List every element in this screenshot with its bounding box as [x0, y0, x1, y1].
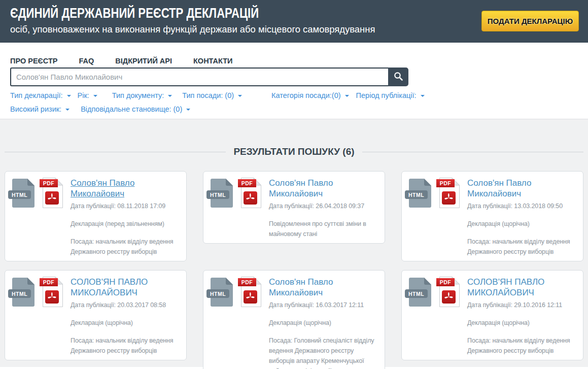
acrobat-icon [45, 290, 59, 304]
result-card: HTML PDF Солов'ян Павло Миколайович Дата… [203, 270, 385, 369]
acrobat-icon [244, 290, 257, 304]
html-badge: HTML [8, 190, 31, 199]
pdf-file-icon[interactable]: PDF [436, 277, 460, 307]
declaration-person-link[interactable]: Солов'ян Павло Миколайович [269, 178, 377, 199]
html-badge: HTML [8, 289, 31, 298]
search-bar [10, 68, 408, 86]
declaration-type: Декларація (щорічна) [71, 318, 179, 328]
card-body: Солов'ян Павло Миколайович Дата публікац… [467, 178, 576, 257]
position-text: Посада: Головний спеціаліст відділу веде… [269, 336, 377, 369]
filter-dropdown[interactable]: Тип декларації: [10, 91, 71, 99]
chevron-down-icon [186, 109, 190, 111]
chevron-down-icon [93, 95, 97, 97]
search-button[interactable] [388, 68, 408, 86]
pdf-badge: PDF [238, 278, 256, 286]
filter-dropdown[interactable]: Тип посади: (0) [182, 91, 242, 99]
position-text: Посада: начальник відділу ведення Держав… [467, 237, 576, 257]
divider-line-left [5, 152, 226, 152]
publication-date: Дата публікації: 08.11.2018 17:09 [71, 201, 179, 211]
main-nav: ПРО РЕЄСТР FAQ ВІДКРИТИЙ АРІ КОНТАКТИ [10, 57, 588, 65]
page-subtitle: осіб, уповноважених на виконання функцій… [10, 24, 375, 35]
pdf-badge: PDF [40, 179, 58, 187]
publication-date: Дата публікації: 13.03.2018 09:50 [467, 201, 576, 211]
position-text: Посада: начальник відділу ведення Держав… [71, 336, 179, 356]
declaration-person-link[interactable]: Солов'ян Павло Миколайович [467, 178, 576, 199]
filters: Тип декларації: Рік: Тип документу: Тип … [10, 91, 588, 113]
file-icons: HTML PDF [12, 277, 71, 309]
nav-open-api[interactable]: ВІДКРИТИЙ АРІ [115, 57, 172, 65]
card-body: Солов'ян Павло Миколайович Дата публікац… [269, 178, 377, 239]
html-badge: HTML [206, 289, 229, 298]
submit-declaration-button[interactable]: ПОДАТИ ДЕКЛАРАЦІЮ [481, 11, 579, 31]
html-file-icon[interactable]: HTML [409, 278, 431, 307]
chevron-down-icon [345, 95, 349, 97]
declaration-person-link[interactable]: Солов'ян Павло Миколайович [269, 277, 377, 298]
publication-date: Дата публікації: 26.04.2018 09:37 [269, 201, 377, 211]
html-file-icon[interactable]: HTML [12, 278, 34, 307]
declaration-type: Декларація (щорічна) [467, 219, 576, 229]
acrobat-icon [442, 290, 456, 304]
html-file-icon[interactable]: HTML [12, 179, 34, 208]
file-icons: HTML PDF [409, 178, 467, 210]
pdf-file-icon[interactable]: PDF [40, 178, 63, 208]
search-icon [393, 71, 404, 83]
declaration-type: Повідомлення про суттєві зміни в майново… [269, 219, 377, 239]
result-card: HTML PDF Солов'ян Павло Миколайович Дата… [203, 171, 385, 244]
pdf-badge: PDF [238, 179, 256, 187]
declaration-type: Декларація (щорічна) [269, 318, 377, 328]
nav-contacts[interactable]: КОНТАКТИ [193, 57, 233, 65]
card-body: Солов'ян Павло Миколайович Дата публікац… [71, 178, 179, 257]
result-card: HTML PDF СОЛОВ'ЯН ПАВЛО МИКОЛАЙОВИЧ Дата… [401, 270, 583, 360]
html-file-icon[interactable]: HTML [211, 278, 233, 307]
result-card: HTML PDF СОЛОВ'ЯН ПАВЛО МИКОЛАЙОВИЧ Дата… [5, 270, 187, 360]
acrobat-icon [244, 191, 257, 205]
card-body: СОЛОВ'ЯН ПАВЛО МИКОЛАЙОВИЧ Дата публікац… [467, 277, 576, 356]
position-text: Посада: начальник відділу ведення Держав… [467, 336, 576, 356]
publication-date: Дата публікації: 20.03.2017 08:58 [71, 300, 179, 310]
publication-date: Дата публікації: 29.10.2016 12:11 [467, 300, 576, 310]
filter-dropdown[interactable]: Рік: [78, 91, 97, 99]
results-section: РЕЗУЛЬТАТИ ПОШУКУ (6) HTML PDF Солов'ян … [0, 119, 588, 367]
declaration-person-link[interactable]: СОЛОВ'ЯН ПАВЛО МИКОЛАЙОВИЧ [71, 277, 179, 298]
header: ЄДИНИЙ ДЕРЖАВНИЙ РЕЄСТР ДЕКЛАРАЦІЙ осіб,… [0, 0, 588, 43]
card-body: Солов'ян Павло Миколайович Дата публікац… [269, 277, 377, 369]
file-icons: HTML PDF [211, 277, 269, 309]
chevron-down-icon [168, 95, 172, 97]
declaration-type: Декларація (щорічна) [467, 318, 576, 328]
page-title: ЄДИНИЙ ДЕРЖАВНИЙ РЕЄСТР ДЕКЛАРАЦІЙ [10, 6, 259, 21]
chevron-down-icon [67, 95, 71, 97]
file-icons: HTML PDF [211, 178, 269, 210]
chevron-down-icon [238, 95, 242, 97]
pdf-file-icon[interactable]: PDF [436, 178, 460, 208]
html-badge: HTML [206, 190, 229, 199]
search-input[interactable] [10, 68, 388, 86]
declaration-person-link[interactable]: Солов'ян Павло Миколайович [71, 178, 179, 199]
nav-about-registry[interactable]: ПРО РЕЄСТР [10, 57, 58, 65]
html-file-icon[interactable]: HTML [409, 179, 431, 208]
declaration-type: Декларація (перед звільненням) [71, 219, 179, 229]
html-badge: HTML [405, 190, 428, 199]
acrobat-icon [442, 191, 456, 205]
chevron-down-icon [65, 109, 70, 111]
pdf-file-icon[interactable]: PDF [40, 277, 63, 307]
filter-dropdown[interactable]: Категорія посади:(0) [271, 91, 349, 99]
filter-dropdown[interactable]: Період публікації: [356, 91, 425, 99]
card-body: СОЛОВ'ЯН ПАВЛО МИКОЛАЙОВИЧ Дата публікац… [71, 277, 179, 356]
publication-date: Дата публікації: 16.03.2017 12:11 [269, 300, 377, 310]
nav-faq[interactable]: FAQ [79, 57, 94, 65]
results-grid: HTML PDF Солов'ян Павло Миколайович Дата… [5, 171, 583, 369]
filter-dropdown[interactable]: Відповідальне становище: (0) [81, 105, 190, 113]
filter-dropdown[interactable]: Тип документу: [112, 91, 172, 99]
declaration-person-link[interactable]: СОЛОВ'ЯН ПАВЛО МИКОЛАЙОВИЧ [467, 277, 576, 298]
file-icons: HTML PDF [12, 178, 71, 210]
filter-dropdown[interactable]: Високий ризик: [10, 105, 70, 113]
pdf-file-icon[interactable]: PDF [238, 277, 261, 307]
html-badge: HTML [405, 289, 428, 298]
pdf-badge: PDF [436, 278, 455, 286]
file-icons: HTML PDF [409, 277, 467, 309]
acrobat-icon [45, 191, 59, 205]
html-file-icon[interactable]: HTML [211, 179, 233, 208]
pdf-file-icon[interactable]: PDF [238, 178, 261, 208]
pdf-badge: PDF [40, 278, 58, 286]
position-text: Посада: начальник відділу ведення Держав… [71, 237, 179, 257]
